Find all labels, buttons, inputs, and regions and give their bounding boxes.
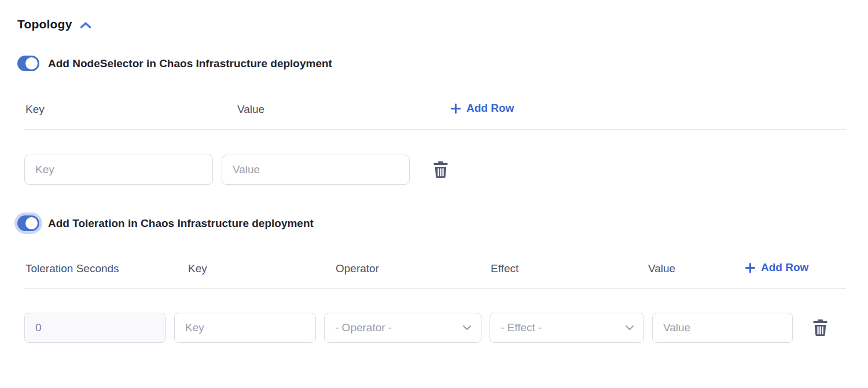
column-header-value: Value [237, 103, 264, 116]
add-row-button[interactable]: Add Row [450, 102, 514, 115]
effect-select[interactable]: - Effect - [490, 313, 644, 343]
operator-select[interactable]: - Operator - [324, 313, 481, 343]
effect-select-value: - Effect - [501, 321, 542, 334]
operator-select-value: - Operator - [335, 321, 392, 334]
toggle-knob [25, 57, 38, 69]
toleration-row: - Operator - - Effect - [24, 313, 846, 343]
nodeselector-key-input[interactable] [24, 155, 213, 185]
toleration-key-input[interactable] [174, 313, 316, 343]
plus-icon [745, 262, 756, 273]
nodeselector-table: Key Value Add Row [24, 103, 846, 185]
add-row-button[interactable]: Add Row [745, 261, 808, 274]
delete-row-button[interactable] [811, 318, 829, 338]
topology-settings-panel: Topology Add NodeSelector in Chaos Infra… [0, 0, 868, 343]
toleration-toggle[interactable] [17, 215, 39, 231]
add-row-label: Add Row [466, 102, 514, 115]
nodeselector-toggle-label: Add NodeSelector in Chaos Infrastructure… [48, 57, 332, 70]
column-header-effect: Effect [491, 262, 518, 275]
toleration-toggle-row: Add Toleration in Chaos Infrastructure d… [17, 215, 868, 231]
trash-icon [433, 161, 448, 178]
nodeselector-value-input[interactable] [222, 155, 410, 185]
delete-row-button[interactable] [432, 160, 450, 180]
topology-section-header: Topology [17, 17, 868, 31]
column-header-operator: Operator [336, 262, 379, 275]
plus-icon [450, 103, 461, 114]
table-divider [24, 129, 846, 130]
toleration-toggle-label: Add Toleration in Chaos Infrastructure d… [48, 217, 314, 230]
column-header-key: Key [188, 262, 207, 275]
nodeselector-table-header: Key Value Add Row [24, 103, 846, 117]
nodeselector-toggle-row: Add NodeSelector in Chaos Infrastructure… [17, 56, 868, 71]
toleration-value-input[interactable] [652, 313, 793, 343]
nodeselector-toggle[interactable] [17, 56, 39, 71]
chevron-down-icon [625, 325, 634, 331]
column-header-toleration-seconds: Toleration Seconds [25, 262, 119, 275]
column-header-key: Key [25, 103, 45, 116]
table-divider [24, 288, 846, 289]
chevron-up-icon[interactable] [80, 21, 91, 29]
section-title: Topology [17, 17, 72, 31]
toggle-knob [25, 217, 38, 229]
trash-icon [812, 319, 828, 336]
column-header-value: Value [648, 262, 675, 275]
nodeselector-row [24, 155, 846, 185]
toleration-table-header: Toleration Seconds Key Operator Effect V… [24, 262, 846, 276]
chevron-down-icon [462, 325, 472, 331]
toleration-table: Toleration Seconds Key Operator Effect V… [24, 262, 846, 343]
toleration-seconds-input[interactable] [24, 313, 166, 343]
add-row-label: Add Row [761, 261, 808, 274]
